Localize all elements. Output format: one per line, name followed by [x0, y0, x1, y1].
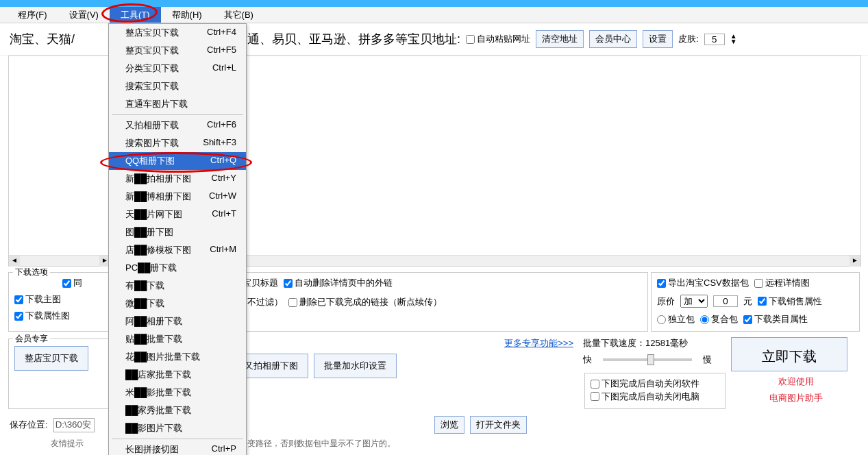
clear-address-button[interactable]: 清空地址: [536, 30, 584, 48]
menu-settings[interactable]: 设置(V): [58, 7, 110, 23]
dropdown-item-label: 又拍相册下载: [125, 119, 179, 132]
dropdown-item[interactable]: 花██图片批量下载: [109, 348, 246, 366]
dropdown-item-label: ██家秀批量下载: [125, 404, 191, 417]
browse-button[interactable]: 浏览: [434, 416, 464, 434]
csv-export-checkbox[interactable]: 导出淘宝CSV数据包: [657, 277, 749, 289]
speed-slider[interactable]: [603, 358, 692, 361]
menu-tools[interactable]: 工具(T): [110, 7, 161, 23]
scroll-left-icon[interactable]: ◄: [9, 256, 20, 267]
dropdown-item-label: 图██册下图: [125, 226, 173, 238]
dropdown-item[interactable]: QQ相册下图Ctrl+Q: [109, 152, 246, 170]
dropdown-item[interactable]: 贴██批量下载: [109, 330, 246, 348]
dropdown-item-label: 整页宝贝下载: [125, 45, 179, 57]
dropdown-item[interactable]: 微██下载: [109, 295, 246, 312]
dropdown-item-label: 搜索图片下载: [125, 137, 179, 149]
dropdown-item[interactable]: 新██拍相册下图Ctrl+Y: [109, 170, 246, 188]
attr-img-checkbox[interactable]: 下载属性图: [14, 310, 105, 322]
menu-program[interactable]: 程序(F): [7, 7, 58, 23]
dropdown-item-label: 分类宝贝下载: [125, 62, 179, 75]
dropdown-item[interactable]: ██家秀批量下载: [109, 402, 246, 419]
dropdown-item[interactable]: 搜索宝贝下载: [109, 77, 246, 95]
dropdown-item[interactable]: 分类宝贝下载Ctrl+L: [109, 60, 246, 77]
dropdown-item-shortcut: Ctrl+T: [212, 208, 236, 221]
price-op-select[interactable]: 加: [680, 295, 708, 308]
scroll-right-icon[interactable]: ►: [850, 256, 860, 267]
dropdown-item-shortcut: Ctrl+M: [210, 244, 236, 256]
menu-other[interactable]: 其它(B): [213, 7, 264, 23]
dropdown-item-label: 搜索宝贝下载: [125, 80, 179, 93]
del-done-checkbox[interactable]: 删除已下载完成的链接（断点续传）: [288, 296, 442, 308]
dropdown-item[interactable]: 图██册下图: [109, 223, 246, 241]
menu-help[interactable]: 帮助(H): [161, 7, 213, 23]
dropdown-item[interactable]: 直通车图片下载: [109, 95, 246, 113]
scrollbar[interactable]: ◄ ►: [9, 255, 110, 266]
close-pc-checkbox[interactable]: 下图完成后自动关闭电脑: [591, 391, 699, 403]
dropdown-item-label: 贴██批量下载: [125, 333, 182, 345]
member-legend: 会员专享: [13, 333, 50, 345]
download-options-group: 下载选项 同 下载主图 下载属性图: [8, 272, 111, 332]
dropdown-item-label: 店██修模板下图: [125, 244, 191, 256]
price-value-input[interactable]: [713, 295, 738, 307]
download-now-button[interactable]: 立即下载: [731, 337, 847, 371]
yuan-label: 元: [743, 295, 752, 308]
addr-suffix: 速卖通、易贝、亚马逊、拼多多等宝贝地址:: [223, 31, 460, 47]
dropdown-item[interactable]: PC██册下载: [109, 259, 246, 277]
member-group: 会员专享 整店宝贝下载: [8, 339, 111, 409]
dropdown-item[interactable]: ██影图片下载: [109, 419, 246, 437]
dropdown-item-label: QQ相册下图: [125, 155, 175, 167]
watermark-button[interactable]: 批量加水印设置: [314, 354, 397, 378]
dropdown-item-shortcut: Ctrl+F6: [207, 119, 236, 132]
slider-thumb[interactable]: [647, 354, 654, 365]
dropdown-item-label: ██影图片下载: [125, 422, 182, 434]
main-img-checkbox[interactable]: 下载主图: [14, 293, 105, 306]
whole-store-button[interactable]: 整店宝贝下载: [14, 346, 88, 371]
dropdown-item[interactable]: 整页宝贝下载Ctrl+F5: [109, 42, 246, 60]
dropdown-item[interactable]: 整店宝贝下载Ctrl+F4: [109, 24, 246, 42]
dropdown-item-label: 微██下载: [125, 297, 164, 310]
save-path-input[interactable]: [53, 418, 95, 432]
skin-spinner[interactable]: ▲▼: [730, 34, 737, 45]
settings-button[interactable]: 设置: [643, 30, 673, 48]
dropdown-item[interactable]: 搜索图片下载Shift+F3: [109, 134, 246, 152]
menubar: 程序(F) 设置(V) 工具(T) 帮助(H) 其它(B): [0, 7, 868, 23]
addr-prefix: 淘宝、天猫/: [10, 31, 75, 47]
dropdown-item-shortcut: Ctrl+P: [212, 443, 236, 455]
member-center-button[interactable]: 会员中心: [589, 30, 637, 48]
speed-label: 批量下载速度：: [583, 338, 645, 348]
dropdown-item-shortcut: Ctrl+F4: [207, 27, 236, 39]
dropdown-item[interactable]: 店██修模板下图Ctrl+M: [109, 241, 246, 259]
open-folder-button[interactable]: 打开文件夹: [470, 416, 527, 434]
dropdown-item[interactable]: 米██影批量下载: [109, 384, 246, 402]
dropdown-item-label: 花██图片批量下载: [125, 351, 200, 363]
dropdown-item-label: 直通车图片下载: [125, 98, 188, 110]
close-soft-checkbox[interactable]: 下图完成后自动关闭软件: [591, 378, 699, 390]
dropdown-item-label: 新██拍相册下图: [125, 173, 191, 185]
dropdown-item[interactable]: 长图拼接切图Ctrl+P: [109, 441, 246, 455]
dropdown-item[interactable]: 又拍相册下载Ctrl+F6: [109, 116, 246, 134]
dropdown-item[interactable]: 阿██相册下载: [109, 312, 246, 330]
dropdown-item-shortcut: Ctrl+Q: [210, 155, 236, 167]
speed-value: 12581毫秒: [645, 338, 688, 348]
left-list-pane: ◄ ►: [8, 56, 111, 267]
indep-pack-radio[interactable]: 独立包: [657, 313, 695, 325]
welcome-text-1: 欢迎使用: [731, 376, 861, 388]
dropdown-item[interactable]: ██店家批量下载: [109, 366, 246, 384]
skin-input[interactable]: [704, 34, 725, 45]
dropdown-item[interactable]: 有██下载: [109, 277, 246, 295]
sale-attr-checkbox[interactable]: 下载销售属性: [758, 295, 822, 308]
more-funcs-link[interactable]: 更多专享功能>>>: [504, 337, 573, 349]
auto-del-links-checkbox[interactable]: 自动删除详情页中的外链: [284, 277, 393, 289]
export-options-group: 导出淘宝CSV数据包 远程详情图 原价 加 元 下载销售属性 独立包 复合包 下…: [651, 272, 860, 332]
dropdown-item-label: 长图拼接切图: [125, 443, 179, 455]
auto-paste-checkbox[interactable]: 自动粘贴网址: [466, 33, 530, 45]
same-checkbox[interactable]: 同: [62, 277, 105, 289]
dropdown-item[interactable]: 天██片网下图Ctrl+T: [109, 206, 246, 223]
cat-attr-checkbox[interactable]: 下载类目属性: [743, 313, 808, 325]
remote-detail-checkbox[interactable]: 远程详情图: [754, 277, 810, 289]
dropdown-item[interactable]: 新██博相册下图Ctrl+W: [109, 188, 246, 206]
dropdown-item-shortcut: Ctrl+Y: [212, 173, 236, 185]
compound-pack-radio[interactable]: 复合包: [700, 313, 738, 325]
dropdown-separator: [112, 439, 243, 439]
dropdown-item-shortcut: Ctrl+F5: [207, 45, 236, 57]
dropdown-item-label: 新██博相册下图: [125, 190, 191, 203]
